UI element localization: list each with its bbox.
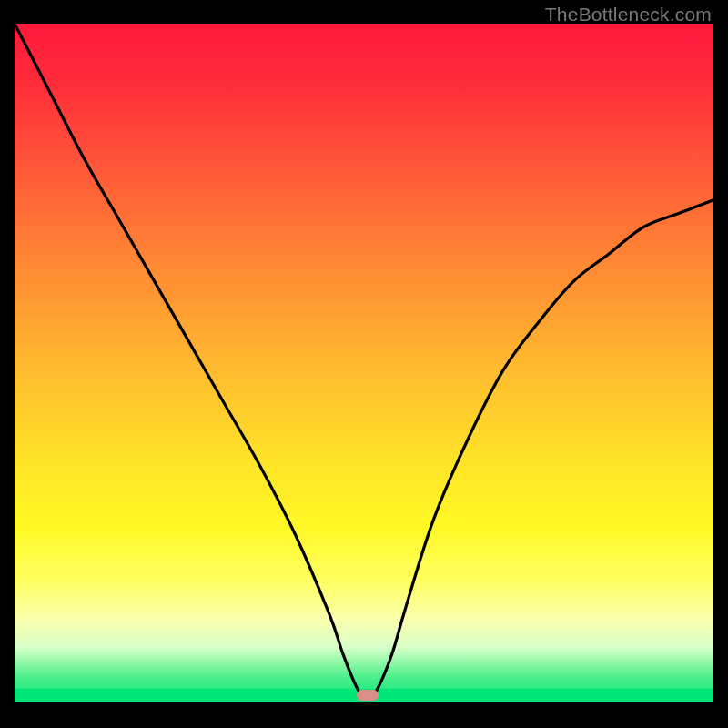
gradient-background bbox=[15, 24, 713, 702]
chart-frame bbox=[15, 24, 713, 715]
watermark-text: TheBottleneck.com bbox=[545, 4, 712, 25]
optimum-marker bbox=[357, 690, 379, 701]
